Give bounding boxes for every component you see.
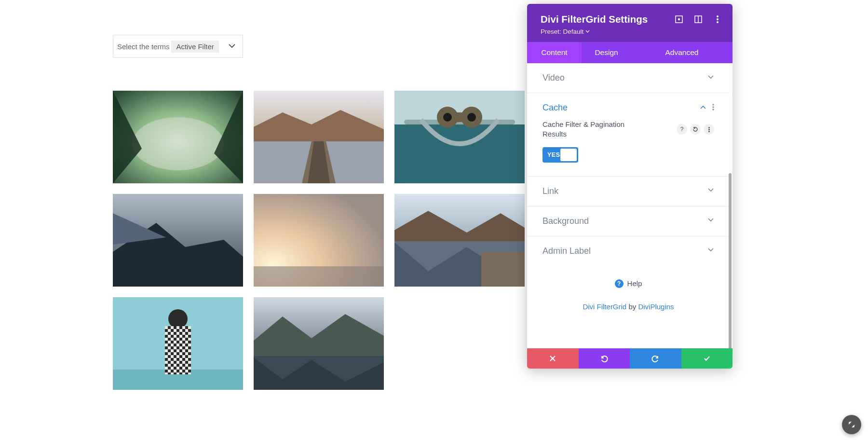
author-link[interactable]: DiviPlugins — [638, 302, 674, 311]
grid-tile[interactable] — [254, 297, 384, 390]
svg-rect-16 — [254, 266, 384, 287]
section-link-title: Link — [542, 186, 558, 196]
cache-section-body: Cache Filter & Pagination Results ? — [527, 118, 730, 177]
settings-panel: Divi FilterGrid Settings — [527, 4, 732, 369]
chevron-down-icon — [707, 247, 714, 255]
tab-content[interactable]: Content — [527, 42, 582, 63]
svg-point-38 — [712, 106, 714, 108]
more-icon[interactable] — [713, 15, 722, 24]
undo-button[interactable] — [579, 348, 630, 369]
chevron-down-icon — [707, 74, 714, 82]
svg-point-23 — [168, 309, 188, 329]
toggle-label: YES — [547, 151, 560, 158]
chevron-up-icon — [700, 104, 706, 112]
setting-more-icon[interactable] — [704, 124, 714, 135]
page-canvas: Select the terms Active Filter — [0, 0, 527, 440]
section-admin-label-title: Admin Label — [542, 246, 591, 256]
tab-advanced[interactable]: Advanced — [631, 42, 732, 63]
panel-tabs: Content Design Advanced — [527, 42, 732, 63]
grid-tile[interactable] — [113, 297, 243, 390]
terms-select[interactable]: Select the terms Active Filter — [113, 35, 243, 58]
section-background[interactable]: Background — [527, 206, 730, 236]
grid-tile[interactable] — [254, 91, 384, 183]
expand-icon[interactable] — [675, 15, 683, 24]
cancel-button[interactable] — [527, 348, 579, 369]
panel-footer — [527, 348, 732, 369]
tab-design[interactable]: Design — [582, 42, 631, 63]
section-cache-title: Cache — [542, 103, 568, 113]
section-link[interactable]: Link — [527, 177, 730, 206]
panel-header: Divi FilterGrid Settings — [527, 4, 732, 42]
credit-line: Divi FilterGrid by DiviPlugins — [527, 294, 730, 311]
grid-tile[interactable] — [394, 91, 525, 183]
help-icon[interactable]: ? — [677, 124, 687, 135]
columns-icon[interactable] — [694, 15, 703, 24]
section-background-title: Background — [542, 216, 589, 226]
help-link[interactable]: ? Help — [527, 266, 730, 294]
svg-point-13 — [467, 113, 476, 122]
grid-tile[interactable] — [394, 194, 525, 287]
toggle-knob — [560, 149, 577, 161]
section-more-icon[interactable] — [712, 104, 714, 112]
grid-tile[interactable] — [254, 194, 384, 287]
section-video-title: Video — [542, 73, 565, 83]
panel-body: Video Cache Cache Filter & Pagination — [527, 63, 732, 348]
svg-rect-19 — [481, 252, 525, 287]
section-cache[interactable]: Cache — [527, 93, 730, 118]
svg-point-35 — [717, 18, 719, 20]
chevron-down-icon — [707, 217, 714, 225]
active-filter-chip[interactable]: Active Filter — [171, 41, 218, 53]
save-button[interactable] — [681, 348, 733, 369]
svg-point-31 — [678, 18, 680, 20]
cache-setting-label: Cache Filter & Pagination Results — [542, 120, 639, 139]
reset-icon[interactable] — [690, 124, 701, 135]
terms-placeholder: Select the terms — [117, 42, 169, 51]
svg-point-1 — [132, 117, 224, 170]
svg-point-40 — [708, 127, 710, 128]
svg-point-42 — [708, 131, 710, 132]
svg-rect-11 — [455, 112, 464, 122]
chevron-down-icon — [228, 42, 236, 51]
redo-button[interactable] — [630, 348, 681, 369]
section-admin-label[interactable]: Admin Label — [527, 236, 730, 266]
cache-toggle[interactable]: YES — [542, 147, 578, 163]
preset-label: Preset: Default — [541, 28, 583, 35]
svg-point-12 — [443, 113, 452, 122]
svg-point-41 — [708, 129, 710, 130]
resize-handle[interactable] — [842, 415, 861, 434]
svg-point-36 — [717, 21, 719, 23]
product-link[interactable]: Divi FilterGrid — [583, 302, 626, 311]
panel-title: Divi FilterGrid Settings — [541, 14, 648, 25]
svg-point-34 — [717, 15, 719, 17]
svg-rect-24 — [165, 326, 191, 374]
help-label: Help — [627, 279, 642, 288]
svg-point-39 — [712, 109, 714, 110]
image-grid — [113, 91, 527, 390]
preset-selector[interactable]: Preset: Default — [541, 28, 722, 35]
grid-tile[interactable] — [113, 194, 243, 287]
help-badge-icon: ? — [615, 279, 624, 288]
scrollbar[interactable] — [729, 173, 732, 348]
grid-tile[interactable] — [113, 91, 243, 183]
section-video[interactable]: Video — [527, 63, 730, 93]
svg-point-37 — [712, 104, 714, 105]
chevron-down-icon — [707, 187, 714, 195]
